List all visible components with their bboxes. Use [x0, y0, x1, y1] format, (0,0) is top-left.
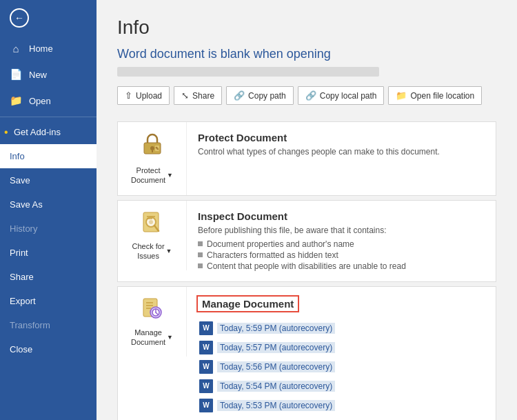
sidebar-item-new[interactable]: 📄 New: [0, 61, 97, 88]
copy-path-button[interactable]: 🔗 Copy path: [226, 86, 294, 105]
sidebar-label-export: Export: [10, 296, 36, 306]
sidebar-item-info[interactable]: Info: [0, 144, 97, 168]
svg-point-10: [149, 220, 153, 224]
protect-title: Protect Document: [198, 132, 485, 143]
svg-point-1: [150, 146, 154, 150]
manage-icon-area[interactable]: ManageDocument ▼: [118, 287, 187, 357]
manage-content: Manage Document W Today, 5:59 PM (autore…: [187, 287, 496, 420]
protect-icon-area[interactable]: ✎ ProtectDocument ▼: [118, 122, 187, 195]
open-file-location-button[interactable]: 📁 Open file location: [388, 86, 482, 105]
inspect-title: Inspect Document: [198, 210, 485, 222]
sidebar-label-close: Close: [10, 344, 32, 354]
file-label-1: Today, 5:57 PM (autorecovery): [217, 342, 335, 353]
inspect-icon-area[interactable]: Check forIssues ▼: [118, 201, 187, 271]
inspect-desc: Before publishing this file, be aware th…: [198, 226, 485, 235]
divider-1: [0, 117, 97, 117]
bullet-3: Content that people with disabilities ar…: [198, 261, 485, 272]
sidebar-item-get-add-ins[interactable]: Get Add-ins: [0, 120, 97, 144]
bullet-sq-3: [198, 263, 203, 268]
upload-button[interactable]: ⇧ Upload: [117, 86, 170, 105]
protect-content: Protect Document Control what types of c…: [187, 122, 496, 170]
sidebar-item-close[interactable]: Close: [0, 337, 97, 361]
share-label: Share: [192, 91, 214, 101]
manage-icon: [140, 297, 165, 323]
manage-file-2[interactable]: W Today, 5:56 PM (autorecovery): [196, 358, 486, 376]
copy-path-icon: 🔗: [234, 90, 245, 101]
sidebar-label-print: Print: [10, 248, 28, 258]
manage-document-card: ManageDocument ▼ Manage Document W Today…: [117, 286, 496, 420]
sidebar-item-save[interactable]: Save: [0, 168, 97, 192]
sidebar-item-home[interactable]: ⌂ Home: [0, 36, 97, 61]
sidebar-item-share[interactable]: Share: [0, 265, 97, 289]
doc-title: Word document is blank when opening: [117, 47, 496, 61]
upload-label: Upload: [136, 91, 162, 101]
file-label-2: Today, 5:56 PM (autorecovery): [217, 361, 335, 372]
folder-icon: 📁: [396, 90, 407, 101]
bullet-sq-1: [198, 241, 203, 246]
inspect-content: Inspect Document Before publishing this …: [187, 201, 496, 281]
manage-file-1[interactable]: W Today, 5:57 PM (autorecovery): [196, 339, 486, 357]
sidebar-label-save: Save: [10, 175, 30, 186]
word-icon-3: W: [199, 379, 213, 393]
lock-icon: ✎: [140, 132, 165, 161]
sidebar-label-transform: Transform: [10, 320, 50, 330]
new-icon: 📄: [10, 68, 22, 81]
inspect-label: Check forIssues ▼: [132, 241, 172, 261]
copy-local-icon: 🔗: [305, 90, 316, 101]
manage-file-0[interactable]: W Today, 5:59 PM (autorecovery): [196, 319, 486, 337]
sidebar-item-history: History: [0, 217, 97, 241]
toolbar: ⇧ Upload ⤡ Share 🔗 Copy path 🔗 Copy loca…: [117, 86, 496, 105]
protect-label: ProtectDocument ▼: [131, 166, 173, 186]
cards-area: ✎ ProtectDocument ▼ Protect Document Con…: [97, 121, 517, 420]
sidebar-item-transform: Transform: [0, 313, 97, 337]
manage-file-3[interactable]: W Today, 5:54 PM (autorecovery): [196, 377, 486, 395]
share-icon: ⤡: [181, 90, 189, 101]
sidebar-item-print[interactable]: Print: [0, 241, 97, 265]
sidebar: ← ⌂ Home 📄 New 📁 Open Get Add-ins Info S…: [0, 0, 97, 420]
sidebar-label-get-add-ins: Get Add-ins: [14, 127, 61, 137]
word-icon-2: W: [199, 360, 213, 374]
bullet-2: Characters formatted as hidden text: [198, 250, 485, 261]
copy-local-path-button[interactable]: 🔗 Copy local path: [298, 86, 385, 105]
sidebar-label-history: History: [10, 223, 37, 234]
manage-file-4[interactable]: W Today, 5:53 PM (autorecovery): [196, 397, 486, 414]
inspect-icon: [140, 210, 165, 237]
inspect-bullets: Document properties and author's name Ch…: [198, 239, 485, 272]
sidebar-label-open: Open: [29, 96, 51, 106]
word-icon-1: W: [199, 341, 213, 354]
word-icon-0: W: [199, 321, 213, 335]
file-label-3: Today, 5:54 PM (autorecovery): [217, 381, 335, 392]
sidebar-label-info: Info: [10, 151, 25, 161]
copy-path-label: Copy path: [248, 91, 286, 101]
main-content: Info Word document is blank when opening…: [97, 0, 517, 420]
svg-text:✎: ✎: [155, 146, 159, 151]
sidebar-label-new: New: [29, 70, 47, 80]
file-label-4: Today, 5:53 PM (autorecovery): [217, 400, 335, 411]
sidebar-label-home: Home: [29, 43, 53, 54]
open-icon: 📁: [10, 94, 22, 107]
copy-local-label: Copy local path: [320, 91, 377, 101]
protect-desc: Control what types of changes people can…: [198, 147, 485, 157]
main-header: Info Word document is blank when opening…: [97, 0, 517, 121]
sidebar-label-save-as: Save As: [10, 199, 43, 210]
word-icon-4: W: [199, 399, 213, 412]
back-button[interactable]: ←: [0, 0, 97, 36]
page-title: Info: [117, 17, 496, 39]
bullet-1: Document properties and author's name: [198, 239, 485, 250]
share-button[interactable]: ⤡ Share: [174, 86, 222, 105]
sidebar-item-export[interactable]: Export: [0, 289, 97, 313]
inspect-document-card: Check forIssues ▼ Inspect Document Befor…: [117, 200, 496, 282]
file-label-0: Today, 5:59 PM (autorecovery): [217, 323, 335, 334]
doc-path-bar: [117, 67, 379, 77]
upload-icon: ⇧: [125, 90, 132, 101]
manage-icon-label: ManageDocument ▼: [131, 328, 173, 348]
sidebar-item-save-as[interactable]: Save As: [0, 192, 97, 217]
open-file-label: Open file location: [410, 91, 474, 101]
home-icon: ⌂: [10, 43, 22, 54]
sidebar-label-share: Share: [10, 272, 34, 282]
back-icon: ←: [10, 8, 29, 28]
bullet-sq-2: [198, 252, 203, 257]
manage-title: Manage Document: [196, 295, 299, 312]
sidebar-item-open[interactable]: 📁 Open: [0, 88, 97, 114]
protect-document-card: ✎ ProtectDocument ▼ Protect Document Con…: [117, 121, 496, 196]
